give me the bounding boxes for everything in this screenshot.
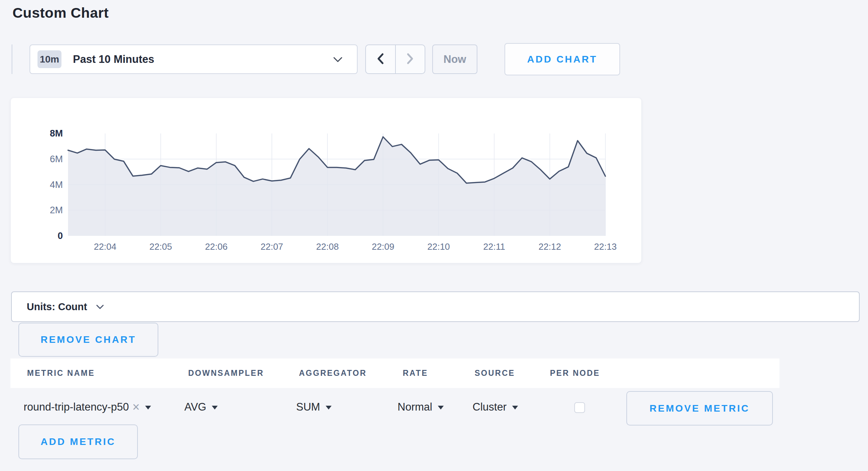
x-axis-tick-label: 22:13 [594, 241, 617, 252]
add-metric-button[interactable]: ADD METRIC [18, 424, 138, 459]
column-header-rate: RATE [403, 358, 428, 388]
caret-down-icon [512, 405, 518, 411]
x-axis-tick-label: 22:07 [260, 241, 283, 252]
column-header-downsampler: DOWNSAMPLER [188, 358, 264, 388]
caret-down-icon [212, 405, 218, 411]
caret-down-icon [145, 405, 151, 411]
time-range-label: Past 10 Minutes [73, 53, 154, 66]
clear-metric-icon[interactable]: × [132, 401, 140, 413]
y-axis-tick-label: 4M [50, 180, 63, 190]
chevron-down-icon [96, 304, 104, 311]
time-range-badge: 10m [37, 50, 61, 68]
y-axis-tick-label: 8M [50, 128, 63, 139]
x-axis-tick-label: 22:06 [205, 241, 227, 252]
metric-table-header-band [10, 358, 779, 388]
source-select[interactable]: Cluster [473, 398, 518, 416]
caret-down-icon [438, 405, 444, 411]
page-title: Custom Chart [12, 5, 109, 21]
units-select[interactable]: Units: Count [27, 301, 104, 313]
x-axis-tick-label: 22:09 [372, 241, 394, 252]
rate-select[interactable]: Normal [398, 398, 444, 416]
source-value: Cluster [473, 401, 507, 413]
add-chart-button[interactable]: ADD CHART [504, 43, 620, 75]
y-axis-tick-label: 0 [58, 231, 63, 241]
chevron-left-icon [376, 52, 385, 66]
prev-interval-button[interactable] [366, 45, 396, 73]
custom-chart-page: Custom Chart 10m Past 10 Minutes Now ADD… [0, 0, 868, 471]
y-axis-tick-label: 2M [50, 205, 63, 215]
units-select-label: Units: Count [27, 301, 87, 313]
toolbar-left-divider [11, 44, 12, 74]
x-axis-tick-label: 22:12 [539, 241, 561, 252]
caret-down-icon [326, 405, 332, 411]
downsampler-select[interactable]: AVG [184, 398, 218, 416]
time-pager [365, 44, 425, 74]
aggregator-select[interactable]: SUM [296, 398, 332, 416]
x-axis-tick-label: 22:10 [427, 241, 450, 252]
x-axis-tick-label: 22:08 [316, 241, 339, 252]
column-header-per-node: PER NODE [550, 358, 600, 388]
chart-card: 02M4M6M8M22:0422:0522:0622:0722:0822:092… [10, 98, 642, 263]
x-axis-tick-label: 22:11 [483, 241, 505, 252]
y-axis-tick-label: 6M [50, 154, 63, 164]
x-axis-tick-label: 22:05 [149, 241, 172, 252]
series-area [68, 137, 606, 236]
per-node-checkbox[interactable] [574, 402, 585, 413]
now-button[interactable]: Now [432, 44, 477, 74]
column-header-aggregator: AGGREGATOR [299, 358, 367, 388]
metric-name-value: round-trip-latency-p50 [24, 401, 129, 413]
remove-chart-button[interactable]: REMOVE CHART [18, 323, 158, 357]
custom-chart-plot: 02M4M6M8M22:0422:0522:0622:0722:0822:092… [11, 98, 642, 264]
column-header-metric-name: METRIC NAME [27, 358, 95, 388]
remove-metric-button[interactable]: REMOVE METRIC [626, 391, 773, 425]
metric-name-select[interactable]: round-trip-latency-p50 × [24, 398, 151, 416]
chevron-down-icon [333, 56, 343, 65]
next-interval-button[interactable] [396, 45, 425, 73]
x-axis-tick-label: 22:04 [94, 241, 116, 252]
time-range-select[interactable]: 10m Past 10 Minutes [30, 44, 358, 74]
rate-value: Normal [398, 401, 432, 413]
downsampler-value: AVG [184, 401, 206, 413]
chevron-right-icon [406, 52, 415, 66]
aggregator-value: SUM [296, 401, 320, 413]
units-bar: Units: Count [11, 291, 860, 322]
column-header-source: SOURCE [475, 358, 515, 388]
